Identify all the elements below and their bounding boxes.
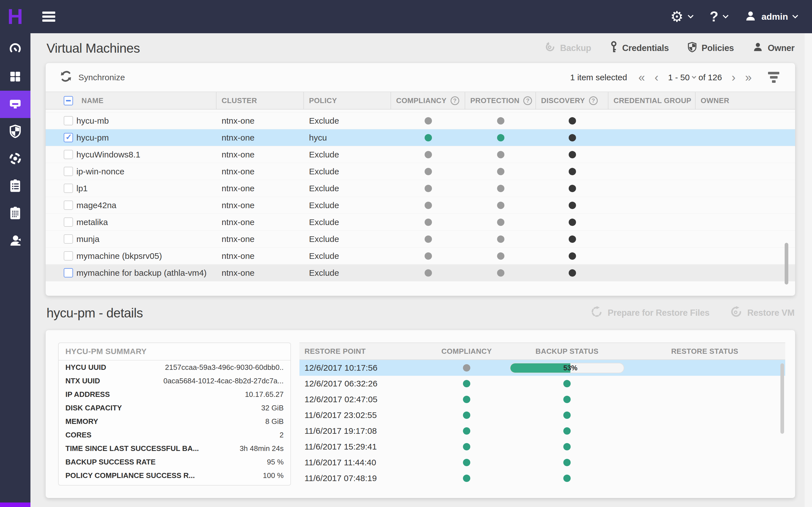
sidebar-item-virtual-machines[interactable]: [0, 91, 31, 118]
table-row[interactable]: hycu-pm ntnx-one hycu: [46, 129, 795, 146]
col-policy[interactable]: POLICY: [309, 96, 337, 105]
col-credential-group[interactable]: CREDENTIAL GROUP: [613, 96, 691, 105]
sidebar-item-dashboard[interactable]: [0, 36, 31, 63]
row-checkbox[interactable]: [64, 268, 73, 277]
restore-point-row[interactable]: 11/6/2017 11:44:40: [299, 455, 785, 470]
summary-row: TIME SINCE LAST SUCCESSFUL BA... 3h 48mi…: [59, 442, 290, 455]
col-cluster[interactable]: CLUSTER: [221, 96, 257, 105]
sidebar-item-users[interactable]: [0, 227, 31, 255]
discovery-status-dot: [569, 202, 576, 209]
table-row[interactable]: metalika ntnx-one Exclude: [46, 214, 795, 231]
hycu-logo: H: [0, 6, 31, 27]
filter-icon[interactable]: [768, 72, 779, 83]
help-icon[interactable]: [451, 96, 459, 105]
table-row[interactable]: hycu-mb ntnx-one Exclude: [46, 112, 795, 129]
sidebar-item-targets[interactable]: [0, 145, 31, 173]
synchronize-button[interactable]: Synchronize: [60, 70, 125, 84]
protection-status-dot: [497, 185, 504, 192]
table-row[interactable]: mymachine (bkpsrv05) ntnx-one Exclude: [46, 247, 795, 265]
row-checkbox[interactable]: [64, 116, 73, 125]
sidebar-item-applications[interactable]: [0, 63, 31, 91]
sidebar-item-reports[interactable]: [0, 200, 31, 227]
row-checkbox[interactable]: [64, 133, 73, 142]
restore-point-row[interactable]: 12/6/2017 06:32:26: [299, 376, 785, 392]
discovery-status-dot: [569, 269, 576, 277]
prepare-restore-files-button[interactable]: Prepare for Restore Files: [591, 306, 709, 320]
chevron-down-icon: [692, 74, 696, 79]
protection-status-dot: [497, 117, 504, 124]
restore-point-row[interactable]: 11/6/2017 15:29:41: [299, 439, 785, 455]
table-row[interactable]: munja ntnx-one Exclude: [46, 231, 795, 247]
col-backup-status[interactable]: BACKUP STATUS: [510, 347, 624, 356]
col-discovery[interactable]: DISCOVERY: [541, 96, 585, 105]
row-checkbox[interactable]: [64, 167, 73, 176]
summary-row: MEMORY 8 GiB: [59, 414, 290, 428]
next-page-icon[interactable]: ›: [732, 71, 735, 83]
col-compliancy[interactable]: COMPLIANCY: [396, 96, 447, 105]
target-icon: [8, 152, 22, 166]
restore-vm-button[interactable]: Restore VM: [730, 306, 795, 320]
restore-point-time: 11/6/2017 07:48:19: [299, 473, 423, 483]
grid-icon: [9, 70, 22, 84]
restore-point-row[interactable]: 12/6/2017 02:47:05: [299, 392, 785, 407]
discovery-status-dot: [569, 117, 576, 124]
sidebar-item-policies[interactable]: [0, 118, 31, 145]
page-scroll-gutter[interactable]: [805, 33, 812, 507]
prev-page-icon[interactable]: ‹: [655, 71, 659, 83]
col-protection[interactable]: PROTECTION: [470, 96, 519, 105]
row-checkbox[interactable]: [64, 251, 73, 261]
first-page-icon[interactable]: «: [638, 71, 645, 83]
hamburger-menu-icon[interactable]: [42, 10, 55, 23]
vm-table-scrollbar[interactable]: [784, 243, 788, 284]
restore-point-row[interactable]: 11/6/2017 07:48:19: [299, 470, 785, 486]
backup-status-cell: [510, 427, 624, 435]
summary-row: NTX UUID 0aca5684-1012-4cac-8b2d-27dc7a.…: [59, 374, 290, 388]
col-compliancy[interactable]: COMPLIANCY: [423, 347, 510, 356]
row-checkbox[interactable]: [64, 217, 73, 227]
clipboard-grid-icon: [9, 206, 21, 221]
vm-table-header: NAME CLUSTER POLICY COMPLIANCY PROTECTIO…: [46, 92, 795, 110]
page-range-select[interactable]: 1 - 50 of 126: [668, 73, 722, 82]
table-row[interactable]: ip-win-nonce ntnx-one Exclude: [46, 163, 795, 180]
restore-point-time: 12/6/2017 06:32:26: [299, 379, 423, 388]
sidebar-item-events[interactable]: [0, 173, 31, 200]
help-icon[interactable]: [523, 96, 532, 105]
help-icon[interactable]: [589, 96, 598, 105]
restore-point-row[interactable]: 12/6/2017 10:17:56 53%: [299, 360, 785, 376]
policies-button[interactable]: Policies: [688, 41, 734, 55]
progress-fill: [510, 363, 570, 373]
restore-points-header: RESTORE POINT COMPLIANCY BACKUP STATUS R…: [299, 342, 785, 360]
table-row[interactable]: lp1 ntnx-one Exclude: [46, 180, 795, 197]
vm-name: metalika: [77, 217, 108, 227]
row-checkbox[interactable]: [64, 234, 73, 244]
last-page-icon[interactable]: »: [745, 71, 752, 83]
row-checkbox[interactable]: [64, 150, 73, 159]
select-all-checkbox[interactable]: [64, 96, 73, 105]
vm-name: ip-win-nonce: [77, 167, 124, 176]
col-name[interactable]: NAME: [82, 96, 103, 105]
owner-button[interactable]: Owner: [753, 42, 795, 55]
settings-menu[interactable]: ⚙: [670, 9, 693, 24]
restore-point-row[interactable]: 11/6/2017 23:02:55: [299, 407, 785, 423]
chevron-down-icon: [688, 12, 694, 18]
table-row[interactable]: hycuWindows8.1 ntnx-one Exclude: [46, 146, 795, 163]
col-owner[interactable]: OWNER: [701, 96, 729, 105]
vm-policy: Exclude: [304, 167, 391, 176]
col-restore-point[interactable]: RESTORE POINT: [299, 347, 423, 356]
table-row[interactable]: mage42na ntnx-one Exclude: [46, 197, 795, 214]
vm-policy: Exclude: [304, 201, 391, 210]
compliancy-status-dot: [424, 269, 432, 277]
restore-point-row[interactable]: 11/6/2017 19:17:08: [299, 423, 785, 439]
col-restore-status[interactable]: RESTORE STATUS: [624, 347, 785, 356]
help-menu[interactable]: ?: [710, 10, 728, 24]
backup-button[interactable]: Backup: [545, 41, 591, 55]
row-checkbox[interactable]: [64, 184, 73, 193]
row-checkbox[interactable]: [64, 201, 73, 210]
backup-status-cell: [510, 459, 624, 466]
table-row[interactable]: mymachine for backup (athla-vm4) ntnx-on…: [46, 265, 795, 281]
user-menu[interactable]: admin: [745, 10, 797, 23]
summary-value: 32 GiB: [261, 404, 284, 412]
compliancy-status-dot: [424, 168, 432, 175]
credentials-button[interactable]: Credentials: [610, 41, 669, 55]
restore-points-scrollbar[interactable]: [780, 363, 784, 434]
